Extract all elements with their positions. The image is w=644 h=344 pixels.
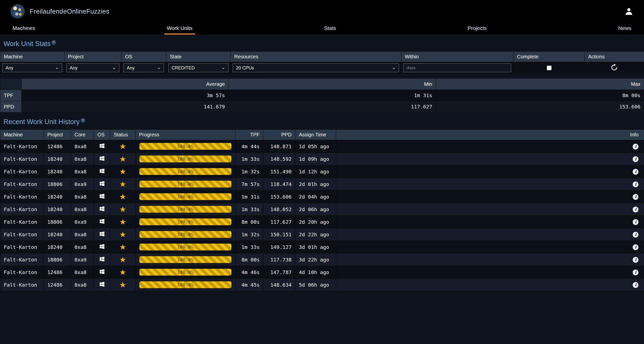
tpf-max: 8m 00s xyxy=(436,90,644,101)
info-icon[interactable]: i xyxy=(633,270,638,275)
progress-label: 100.0% xyxy=(177,257,193,262)
tpf-cell: 8m 00s xyxy=(235,216,263,228)
project-filter-select[interactable]: Any xyxy=(66,63,119,72)
windows-icon xyxy=(99,193,105,199)
os-cell xyxy=(94,178,110,190)
nav-projects[interactable]: Projects xyxy=(465,23,489,34)
info-cell: i xyxy=(336,279,644,291)
table-row: Falt-Karton 18240 0xa8 ★ 100.0% 1m 33s 1… xyxy=(0,153,644,165)
nav-work-units[interactable]: Work Units xyxy=(164,23,195,34)
tpf-cell: 7m 57s xyxy=(235,178,263,190)
info-icon[interactable]: i xyxy=(633,194,638,200)
star-icon: ★ xyxy=(119,269,126,276)
progress-bar: 100.0% xyxy=(139,193,231,200)
core-cell: 0xa8 xyxy=(71,190,94,203)
filter-col-os: OS xyxy=(122,52,166,62)
history-col-project: Project xyxy=(44,130,71,140)
project-cell: 18240 xyxy=(44,228,71,241)
refresh-icon[interactable] xyxy=(611,64,618,71)
info-icon[interactable]: i xyxy=(633,156,638,162)
table-row: Falt-Karton 18240 0xa8 ★ 100.0% 1m 31s 1… xyxy=(0,190,644,203)
progress-bar: 100.0% xyxy=(139,231,231,238)
help-icon[interactable]: ? xyxy=(80,118,85,123)
assign-time-cell: 1d 12h ago xyxy=(295,165,336,178)
summary-col-average: Average xyxy=(22,79,229,90)
filter-col-resources: Resources xyxy=(231,52,401,62)
page-title: Work Unit Stats xyxy=(4,40,51,48)
core-cell: 0xa8 xyxy=(71,279,94,291)
info-icon[interactable]: i xyxy=(633,169,638,175)
tpf-cell: 1m 31s xyxy=(235,190,263,203)
windows-icon xyxy=(99,231,105,237)
machine-filter-select[interactable]: Any xyxy=(2,63,62,72)
info-icon[interactable]: i xyxy=(633,181,638,187)
os-filter-select[interactable]: Any xyxy=(124,63,164,72)
filter-col-machine: Machine xyxy=(0,52,64,62)
resources-filter-select[interactable]: 20 CPUs xyxy=(233,63,399,72)
nav-news[interactable]: News xyxy=(616,23,634,34)
tpf-cell: 4m 46s xyxy=(235,266,263,279)
help-icon[interactable]: ? xyxy=(51,40,56,45)
os-cell xyxy=(94,279,110,291)
core-cell: 0xa8 xyxy=(71,241,94,253)
table-row: Falt-Karton 18806 0xa9 ★ 100.0% 8m 00s 1… xyxy=(0,216,644,228)
progress-bar: 100.0% xyxy=(139,218,231,225)
info-cell: i xyxy=(336,241,644,253)
assign-time-cell: 2d 04h ago xyxy=(295,190,336,203)
core-cell: 0xa8 xyxy=(71,203,94,216)
progress-label: 100.0% xyxy=(177,270,193,275)
info-icon[interactable]: i xyxy=(633,144,638,149)
info-icon[interactable]: i xyxy=(633,219,638,225)
summary-col-min: Min xyxy=(229,79,436,90)
star-icon: ★ xyxy=(119,218,126,226)
summary-row-ppd: PPD 141.679 117.627 153.606 xyxy=(0,101,644,112)
info-icon[interactable]: i xyxy=(633,244,638,250)
tpf-cell: 1m 33s xyxy=(235,241,263,253)
nav-stats[interactable]: Stats xyxy=(321,23,339,34)
windows-icon xyxy=(99,243,105,250)
tpf-cell: 1m 33s xyxy=(235,153,263,165)
ppd-cell: 148.592 xyxy=(263,153,295,165)
status-cell: ★ xyxy=(110,140,136,153)
info-icon[interactable]: i xyxy=(633,282,638,288)
main-nav: Machines Work Units Stats Projects News xyxy=(0,23,644,34)
status-cell: ★ xyxy=(110,190,136,203)
history-table-body: Falt-Karton 12486 0xa8 ★ 100.0% 4m 44s 1… xyxy=(0,140,644,291)
os-cell xyxy=(94,140,110,153)
nav-machines[interactable]: Machines xyxy=(10,23,38,34)
progress-cell: 100.0% xyxy=(136,228,235,241)
summary-label-ppd: PPD xyxy=(0,101,22,112)
os-cell xyxy=(94,253,110,266)
ppd-cell: 148.052 xyxy=(263,203,295,216)
user-account-icon[interactable] xyxy=(624,7,633,16)
within-input[interactable] xyxy=(403,63,511,72)
info-icon[interactable]: i xyxy=(633,257,638,263)
history-col-progress: Progress xyxy=(136,130,235,140)
app-header: FreilaufendeOnlineFuzzies Machines Work … xyxy=(0,0,644,34)
progress-label: 100.0% xyxy=(177,194,193,199)
filter-controls-row: Any Any Any CREDITED 20 CPUs xyxy=(0,62,644,74)
state-filter-select[interactable]: CREDITED xyxy=(168,63,228,72)
progress-label: 100.0% xyxy=(177,181,193,187)
complete-checkbox[interactable] xyxy=(547,66,551,70)
progress-bar: 100.0% xyxy=(139,181,231,187)
history-col-machine: Machine xyxy=(0,130,44,140)
tpf-cell: 1m 32s xyxy=(235,165,263,178)
progress-cell: 100.0% xyxy=(136,241,235,253)
summary-col-max: Max xyxy=(436,79,644,90)
summary-label-tpf: TPF xyxy=(0,90,22,101)
project-cell: 18806 xyxy=(44,178,71,190)
progress-cell: 100.0% xyxy=(136,153,235,165)
ppd-cell: 118.474 xyxy=(263,178,295,190)
project-cell: 12486 xyxy=(44,279,71,291)
progress-label: 100.0% xyxy=(177,232,193,237)
ppd-cell: 150.151 xyxy=(263,228,295,241)
progress-bar: 100.0% xyxy=(139,269,231,276)
site-logo[interactable] xyxy=(11,4,25,18)
star-icon: ★ xyxy=(119,243,126,251)
machine-cell: Falt-Karton xyxy=(0,165,44,178)
star-icon: ★ xyxy=(119,155,126,163)
info-icon[interactable]: i xyxy=(633,232,638,238)
info-icon[interactable]: i xyxy=(633,207,638,212)
history-col-status: Status xyxy=(110,130,136,140)
